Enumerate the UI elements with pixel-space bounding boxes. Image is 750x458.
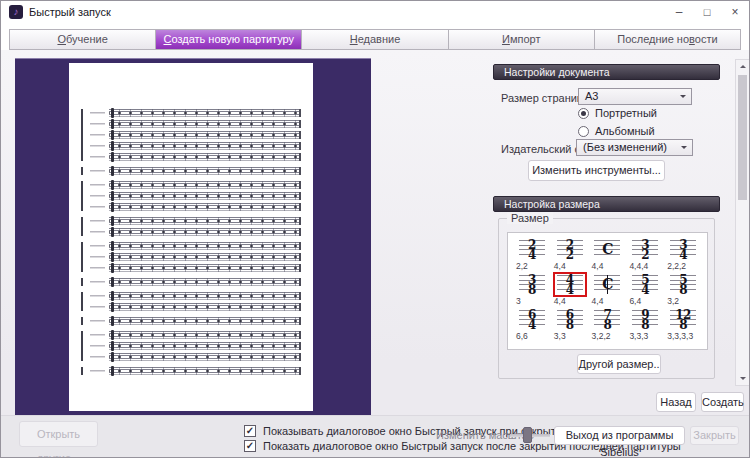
create-button[interactable]: Создать: [701, 392, 744, 412]
staff-group: [81, 181, 301, 211]
staff-lines: [109, 192, 301, 200]
scale-slider-handle[interactable]: [523, 427, 532, 443]
panel-scrollbar[interactable]: [735, 59, 750, 386]
checkbox[interactable]: ✓: [244, 425, 256, 437]
instrument-name-label: [83, 278, 109, 286]
quit-sibelius-button[interactable]: Выход из программы Sibelius: [554, 426, 685, 445]
instrument-name-label: [83, 142, 109, 150]
staff-row: [83, 331, 301, 339]
page-size-select[interactable]: A3: [578, 88, 692, 105]
cut-time-line: [607, 275, 608, 294]
publisher-style-value: (Без изменений): [583, 141, 667, 153]
staff-lines: [109, 109, 301, 117]
staff-row: [83, 192, 301, 200]
radio-portrait[interactable]: [578, 108, 589, 119]
maximize-button[interactable]: □: [693, 1, 721, 23]
instrument-name-label: [83, 131, 109, 139]
staff-row: [83, 181, 301, 189]
back-button[interactable]: Назад: [656, 392, 696, 412]
tab-new-score[interactable]: Создать новую партитуру: [156, 30, 302, 49]
time-signature-option-5-8[interactable]: 583,2: [665, 272, 701, 306]
time-signature-option-3-2[interactable]: 324,4,4: [627, 237, 663, 271]
signature-box: 44: [553, 272, 587, 297]
change-instruments-button[interactable]: Изменить инструменты...: [528, 160, 665, 181]
time-signature-option-3-4[interactable]: 342,2,2: [665, 237, 701, 271]
tab-training[interactable]: Обучение: [10, 30, 156, 49]
instrument-name-label: [83, 331, 109, 339]
time-signature-option-common[interactable]: C4,4: [590, 237, 626, 271]
time-signature-option-12-8[interactable]: 1283,3,3,3: [665, 307, 701, 341]
beam-groups-label: 3,3: [554, 332, 566, 341]
instrument-name-label: [83, 217, 109, 225]
signature-box: 22: [553, 237, 587, 262]
beam-groups-label: 3,3,3,3: [667, 332, 693, 341]
window-title: Быстрый запуск: [29, 6, 111, 18]
score-preview: [15, 58, 371, 415]
instrument-name-label: [83, 120, 109, 128]
denominator: 8: [641, 320, 649, 330]
instrument-name-label: [83, 367, 109, 375]
staff-lines: [109, 181, 301, 189]
instrument-name-label: [83, 181, 109, 189]
staff-group: [81, 317, 301, 325]
beam-groups-label: 6,4: [629, 297, 641, 306]
signature-box: 58: [666, 272, 700, 297]
checkbox[interactable]: ✓: [244, 440, 256, 452]
staff-row: [83, 303, 301, 311]
staff-row: [83, 292, 301, 300]
time-signature-grid-wrap: 242,2224,4C4,4324,4,4342,2,2383444,4C4,4…: [507, 232, 708, 350]
staff-group: [81, 292, 301, 311]
staff-lines: [109, 153, 301, 161]
signature-box: 34: [666, 237, 700, 262]
time-signature-option-4-4[interactable]: 444,4: [552, 272, 588, 306]
staff-lines: [109, 331, 301, 339]
time-signature-option-2-2[interactable]: 224,4: [552, 237, 588, 271]
time-signature-option-7-8[interactable]: 783,2,2: [590, 307, 626, 341]
denominator: 8: [679, 320, 687, 330]
time-signature-option-5-4[interactable]: 546,4: [627, 272, 663, 306]
instrument-name-label: [83, 153, 109, 161]
beam-groups-label: 4,4: [554, 297, 566, 306]
denominator: 4: [641, 285, 649, 295]
beam-groups-label: 3,2: [667, 297, 679, 306]
tab-latest-news[interactable]: Последние новости: [595, 30, 740, 49]
staff-lines: [109, 120, 301, 128]
tab-import[interactable]: Импорт: [449, 30, 595, 49]
tab-recent[interactable]: Недавние: [302, 30, 448, 49]
instrument-name-label: [83, 228, 109, 236]
beam-groups-label: 2,2,2: [667, 262, 686, 271]
scroll-up-icon[interactable]: [740, 65, 746, 68]
staff-lines: [109, 142, 301, 150]
staff-lines: [109, 131, 301, 139]
close-button[interactable]: Закрыть: [690, 426, 739, 445]
open-others-button[interactable]: Открыть другие...: [19, 421, 98, 447]
staff-group: [81, 367, 301, 375]
instrument-name-label: [83, 353, 109, 361]
other-size-button[interactable]: Другой размер..: [577, 354, 661, 374]
publisher-style-select[interactable]: (Без изменений): [576, 139, 693, 156]
orientation-portrait-option[interactable]: Портретный: [578, 107, 657, 119]
time-signature-option-9-8[interactable]: 983,3,3: [627, 307, 663, 341]
scroll-down-icon[interactable]: [740, 377, 746, 380]
time-signature-option-6-4[interactable]: 646,6: [514, 307, 550, 341]
staff-row: [83, 353, 301, 361]
staff-row: [83, 264, 301, 272]
time-signature-option-2-4[interactable]: 242,2: [514, 237, 550, 271]
instrument-name-label: [83, 192, 109, 200]
scrollbar-thumb[interactable]: [738, 75, 747, 200]
signature-box: 128: [666, 307, 700, 332]
staff-row: [83, 242, 301, 250]
instrument-name-label: [83, 253, 109, 261]
tab-bar: ОбучениеСоздать новую партитуруНедавниеИ…: [9, 29, 741, 50]
minimize-button[interactable]: –: [665, 1, 693, 23]
time-signature-option-cut[interactable]: C4,4: [590, 272, 626, 306]
orientation-landscape-option[interactable]: Альбомный: [578, 125, 655, 137]
denominator: 4: [528, 250, 536, 260]
radio-landscape[interactable]: [578, 126, 589, 137]
staff-row: [83, 253, 301, 261]
beam-groups-label: 4,4: [592, 262, 604, 271]
staff-group: [81, 217, 301, 236]
close-icon[interactable]: ×: [721, 1, 749, 23]
time-signature-option-6-8[interactable]: 683,3: [552, 307, 588, 341]
time-signature-option-3-8[interactable]: 383: [514, 272, 550, 306]
